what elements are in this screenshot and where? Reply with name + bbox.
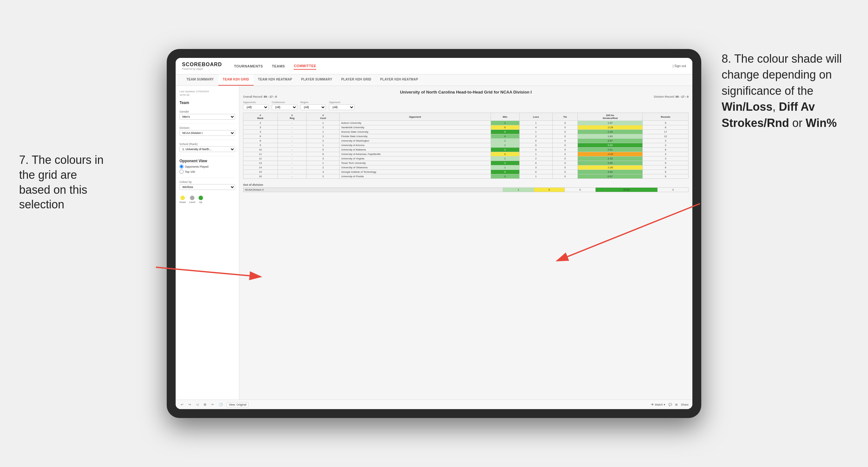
sign-out-button[interactable]: | Sign out [673,64,686,68]
conference-filter-label: Conference [272,101,297,104]
conference-filter-select[interactable]: (All) [272,104,297,110]
colour-by-select[interactable]: Win/loss Diff Av Strokes/Rnd Win% [180,184,235,190]
colour-legend: Down Level Up [180,196,235,204]
cell-win: 5 [491,130,519,134]
cell-loss: 0 [519,139,552,143]
cell-loss: 4 [519,125,552,130]
cell-rounds: 12 [643,134,688,139]
cell-rounds: 9 [643,165,688,170]
gender-select[interactable]: Men's Women's [180,114,235,120]
cell-conf: 3 [307,157,340,161]
tablet-device: SCOREBOARD Powered by clippd TOURNAMENTS… [167,49,701,418]
annotation-right: 8. The colour shade will change dependin… [722,51,855,131]
table-container: #Rank #Reg #Conf Opponent Win Loss Tie D… [243,113,688,179]
cell-tie: 0 [552,165,578,170]
last-updated: Last Updated: 27/03/2024 16:55:38 [180,90,235,97]
cell-win: 3 [491,174,519,179]
cell-opponent: Arizona State University [340,130,491,134]
col-conf: #Conf [307,113,340,121]
opponents-filter-label: Opponents: [243,101,269,104]
opponents-filter-select[interactable]: (All) [243,104,269,110]
colour-down: Down [180,196,186,204]
toolbar-cut[interactable]: ✂ [210,402,215,407]
cell-win: 0 [491,125,519,130]
table-row: 11 - 6 University of Arkansas, Fayettevi… [243,152,688,157]
cell-win: 3 [491,148,519,152]
cell-opponent: University of Oklahoma [340,165,491,170]
toolbar-clock[interactable]: 🕐 [218,402,224,407]
tab-player-summary[interactable]: PLAYER SUMMARY [297,74,337,86]
toolbar-share[interactable]: Share [681,403,688,406]
opponent-filter-select[interactable]: (All) [329,104,354,110]
school-label: School (Rank) [180,143,235,146]
cell-conf: 1 [307,121,340,125]
toolbar-redo[interactable]: ↪ [187,402,192,407]
top-nav: SCOREBOARD Powered by clippd TOURNAMENTS… [176,58,692,74]
cell-reg: - [277,161,307,165]
toolbar-back[interactable]: ◁ [195,402,200,407]
tab-team-h2h-heatmap[interactable]: TEAM H2H HEATMAP [254,74,297,86]
cell-loss: 1 [519,174,552,179]
cell-rank: 2 [243,121,278,125]
ood-rounds: 3 [657,188,688,192]
opponents-filter: Opponents: (All) [243,101,269,110]
h2h-table: #Rank #Reg #Conf Opponent Win Loss Tie D… [243,113,688,179]
cell-diff: 1.67 [578,121,643,125]
tab-player-h2h-grid[interactable]: PLAYER H2H GRID [337,74,376,86]
cell-conf: 1 [307,143,340,148]
level-label: Level [189,201,195,204]
ood-diff: 26.00 [596,188,658,192]
ood-loss: 0 [534,188,565,192]
cell-conf: 6 [307,152,340,157]
cell-rank: 16 [243,174,278,179]
cell-rank: 6 [243,134,278,139]
bottom-toolbar: ↩ ↪ ◁ ⊞ ✂ 🕐 View: Original 👁 Watch ▾ 💬 ⊞… [176,400,692,409]
school-select[interactable]: 1. University of North... [180,146,235,152]
tab-team-h2h-grid[interactable]: TEAM H2H GRID [218,74,254,86]
ood-win: 1 [503,188,534,192]
table-row: 14 - 2 University of Oklahoma 1 3 0 -1.0… [243,165,688,170]
cell-reg: - [277,170,307,174]
cell-win: 1 [491,165,519,170]
cell-opponent: Vanderbilt University [340,125,491,130]
table-row: 2 - 1 Auburn University 2 1 0 1.67 9 [243,121,688,125]
cell-rounds: 17 [643,130,688,134]
toolbar-present[interactable]: ⊞ [675,403,678,406]
tab-team-summary[interactable]: TEAM SUMMARY [182,74,218,86]
radio-top-100[interactable]: Top 100 [180,169,235,174]
opponent-view-section: Opponent View Opponents Played Top 100 [180,156,235,174]
cell-opponent: Florida State University [340,134,491,139]
division-select[interactable]: NCAA Division I NCAA Division II NCAA Di… [180,130,235,136]
nav-tournaments[interactable]: TOURNAMENTS [234,63,263,69]
nav-teams[interactable]: TEAMS [272,63,285,69]
down-dot [180,196,185,200]
opponent-filter: Opponent (All) [329,101,354,110]
region-filter-select[interactable]: (All) [300,104,326,110]
col-win: Win [491,113,519,121]
cell-rank: 15 [243,170,278,174]
region-filter-label: Region [300,101,326,104]
division-filter: Division NCAA Division I NCAA Division I… [180,123,235,136]
cell-diff: 2.61 [578,148,643,152]
cell-diff: 9.00 [578,143,643,148]
nav-committee[interactable]: COMMITTEE [294,63,316,70]
cell-rank: 4 [243,130,278,134]
cell-loss: 0 [519,143,552,148]
logo-sub: Powered by clippd [182,67,222,70]
toolbar-undo[interactable]: ↩ [180,402,185,407]
table-row: 16 - 2 University of Florida 3 1 0 6.67 … [243,174,688,179]
cell-opponent: University of Washington [340,139,491,143]
cell-conf: 2 [307,165,340,170]
cell-loss: 0 [519,170,552,174]
toolbar-view[interactable]: View: Original [226,402,248,407]
grid-title: University of North Carolina Head-to-Hea… [243,90,688,94]
radio-opponents-played[interactable]: Opponents Played [180,164,235,168]
cell-rank: 3 [243,125,278,130]
cell-tie: 0 [552,148,578,152]
tab-player-h2h-heatmap[interactable]: PLAYER H2H HEATMAP [376,74,423,86]
toolbar-comment[interactable]: 💬 [669,403,672,406]
toolbar-copy[interactable]: ⊞ [203,402,208,407]
cell-reg: - [277,152,307,157]
cell-reg: - [277,130,307,134]
toolbar-watch[interactable]: 👁 Watch ▾ [651,403,665,406]
